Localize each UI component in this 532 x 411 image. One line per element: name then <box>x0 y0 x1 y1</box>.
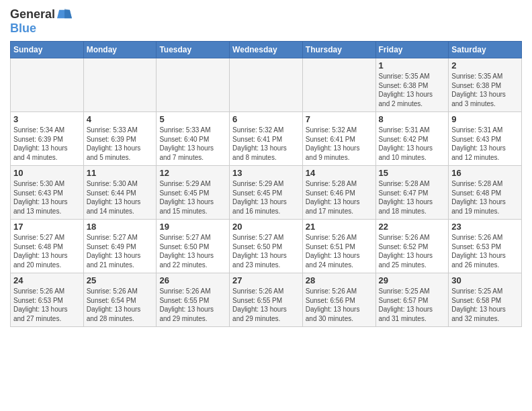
day-of-week-header: Friday <box>375 42 449 58</box>
day-info: Sunrise: 5:26 AM Sunset: 6:54 PM Dayligh… <box>87 287 154 323</box>
calendar-cell: 28Sunrise: 5:26 AM Sunset: 6:56 PM Dayli… <box>302 273 375 327</box>
day-number: 6 <box>232 114 300 124</box>
day-number: 5 <box>159 114 226 124</box>
calendar-cell: 30Sunrise: 5:25 AM Sunset: 6:58 PM Dayli… <box>449 273 522 327</box>
day-info: Sunrise: 5:28 AM Sunset: 6:48 PM Dayligh… <box>451 179 519 216</box>
day-number: 15 <box>379 168 446 178</box>
calendar-cell: 5Sunrise: 5:33 AM Sunset: 6:40 PM Daylig… <box>157 112 230 166</box>
day-info: Sunrise: 5:32 AM Sunset: 6:41 PM Dayligh… <box>306 126 373 162</box>
day-info: Sunrise: 5:27 AM Sunset: 6:48 PM Dayligh… <box>13 233 81 269</box>
day-number: 25 <box>87 275 154 285</box>
day-info: Sunrise: 5:26 AM Sunset: 6:56 PM Dayligh… <box>306 287 373 323</box>
calendar-body: 1Sunrise: 5:35 AM Sunset: 6:38 PM Daylig… <box>11 58 522 327</box>
day-number: 12 <box>159 168 226 178</box>
day-number: 29 <box>379 275 446 285</box>
day-info: Sunrise: 5:26 AM Sunset: 6:53 PM Dayligh… <box>13 287 81 323</box>
calendar-week-row: 10Sunrise: 5:30 AM Sunset: 6:43 PM Dayli… <box>11 166 522 220</box>
calendar-cell: 11Sunrise: 5:30 AM Sunset: 6:44 PM Dayli… <box>83 166 157 220</box>
day-number: 9 <box>451 114 519 124</box>
calendar-cell: 27Sunrise: 5:26 AM Sunset: 6:55 PM Dayli… <box>230 273 303 327</box>
calendar-week-row: 17Sunrise: 5:27 AM Sunset: 6:48 PM Dayli… <box>11 220 522 273</box>
day-info: Sunrise: 5:32 AM Sunset: 6:41 PM Dayligh… <box>232 126 300 162</box>
day-number: 3 <box>13 114 81 124</box>
logo: General Blue <box>10 7 72 36</box>
svg-marker-1 <box>64 9 72 18</box>
calendar-cell: 2Sunrise: 5:35 AM Sunset: 6:38 PM Daylig… <box>449 58 522 112</box>
calendar-week-row: 3Sunrise: 5:34 AM Sunset: 6:39 PM Daylig… <box>11 112 522 166</box>
day-info: Sunrise: 5:26 AM Sunset: 6:55 PM Dayligh… <box>232 287 300 323</box>
day-info: Sunrise: 5:26 AM Sunset: 6:55 PM Dayligh… <box>159 287 226 323</box>
day-number: 22 <box>379 222 446 232</box>
calendar-cell: 22Sunrise: 5:26 AM Sunset: 6:52 PM Dayli… <box>375 220 449 273</box>
day-info: Sunrise: 5:33 AM Sunset: 6:40 PM Dayligh… <box>159 126 226 162</box>
calendar-cell: 18Sunrise: 5:27 AM Sunset: 6:49 PM Dayli… <box>83 220 157 273</box>
calendar-header-row: SundayMondayTuesdayWednesdayThursdayFrid… <box>11 42 522 58</box>
calendar-cell: 15Sunrise: 5:28 AM Sunset: 6:47 PM Dayli… <box>375 166 449 220</box>
calendar-week-row: 24Sunrise: 5:26 AM Sunset: 6:53 PM Dayli… <box>11 273 522 327</box>
day-info: Sunrise: 5:35 AM Sunset: 6:38 PM Dayligh… <box>451 72 519 108</box>
day-info: Sunrise: 5:26 AM Sunset: 6:53 PM Dayligh… <box>451 233 519 269</box>
calendar-cell: 14Sunrise: 5:28 AM Sunset: 6:46 PM Dayli… <box>302 166 375 220</box>
calendar-cell: 25Sunrise: 5:26 AM Sunset: 6:54 PM Dayli… <box>83 273 157 327</box>
calendar-cell: 1Sunrise: 5:35 AM Sunset: 6:38 PM Daylig… <box>375 58 449 112</box>
calendar-cell: 13Sunrise: 5:29 AM Sunset: 6:45 PM Dayli… <box>230 166 303 220</box>
day-of-week-header: Monday <box>83 42 157 58</box>
day-number: 11 <box>87 168 154 178</box>
calendar-cell <box>230 58 303 112</box>
day-number: 23 <box>451 222 519 232</box>
day-info: Sunrise: 5:28 AM Sunset: 6:47 PM Dayligh… <box>379 179 446 216</box>
calendar-cell: 21Sunrise: 5:26 AM Sunset: 6:51 PM Dayli… <box>302 220 375 273</box>
day-info: Sunrise: 5:29 AM Sunset: 6:45 PM Dayligh… <box>159 179 226 216</box>
day-of-week-header: Thursday <box>302 42 375 58</box>
day-of-week-header: Tuesday <box>157 42 230 58</box>
calendar-cell: 7Sunrise: 5:32 AM Sunset: 6:41 PM Daylig… <box>302 112 375 166</box>
calendar-cell <box>11 58 84 112</box>
calendar-cell: 20Sunrise: 5:27 AM Sunset: 6:50 PM Dayli… <box>230 220 303 273</box>
day-info: Sunrise: 5:25 AM Sunset: 6:58 PM Dayligh… <box>451 287 519 323</box>
calendar-cell: 4Sunrise: 5:33 AM Sunset: 6:39 PM Daylig… <box>83 112 157 166</box>
day-info: Sunrise: 5:26 AM Sunset: 6:51 PM Dayligh… <box>306 233 373 269</box>
day-info: Sunrise: 5:27 AM Sunset: 6:49 PM Dayligh… <box>87 233 154 269</box>
calendar-cell: 3Sunrise: 5:34 AM Sunset: 6:39 PM Daylig… <box>11 112 84 166</box>
day-info: Sunrise: 5:29 AM Sunset: 6:45 PM Dayligh… <box>232 179 300 216</box>
calendar-cell <box>157 58 230 112</box>
calendar-cell: 12Sunrise: 5:29 AM Sunset: 6:45 PM Dayli… <box>157 166 230 220</box>
day-info: Sunrise: 5:27 AM Sunset: 6:50 PM Dayligh… <box>232 233 300 269</box>
day-number: 4 <box>87 114 154 124</box>
day-number: 13 <box>232 168 300 178</box>
header: General Blue <box>10 7 522 36</box>
day-info: Sunrise: 5:33 AM Sunset: 6:39 PM Dayligh… <box>87 126 154 162</box>
calendar-cell: 29Sunrise: 5:25 AM Sunset: 6:57 PM Dayli… <box>375 273 449 327</box>
calendar-cell: 23Sunrise: 5:26 AM Sunset: 6:53 PM Dayli… <box>449 220 522 273</box>
day-info: Sunrise: 5:27 AM Sunset: 6:50 PM Dayligh… <box>159 233 226 269</box>
calendar-cell: 10Sunrise: 5:30 AM Sunset: 6:43 PM Dayli… <box>11 166 84 220</box>
day-of-week-header: Wednesday <box>230 42 303 58</box>
calendar-cell: 8Sunrise: 5:31 AM Sunset: 6:42 PM Daylig… <box>375 112 449 166</box>
day-number: 2 <box>451 60 519 71</box>
day-number: 7 <box>306 114 373 124</box>
logo-general: General <box>10 7 55 21</box>
calendar-week-row: 1Sunrise: 5:35 AM Sunset: 6:38 PM Daylig… <box>11 58 522 112</box>
calendar-cell: 24Sunrise: 5:26 AM Sunset: 6:53 PM Dayli… <box>11 273 84 327</box>
logo-icon <box>57 7 72 21</box>
day-number: 17 <box>13 222 81 232</box>
day-number: 27 <box>232 275 300 285</box>
day-number: 21 <box>306 222 373 232</box>
calendar-cell: 6Sunrise: 5:32 AM Sunset: 6:41 PM Daylig… <box>230 112 303 166</box>
day-info: Sunrise: 5:31 AM Sunset: 6:42 PM Dayligh… <box>379 126 446 162</box>
calendar-cell <box>302 58 375 112</box>
day-number: 28 <box>306 275 373 285</box>
day-info: Sunrise: 5:30 AM Sunset: 6:44 PM Dayligh… <box>87 179 154 216</box>
day-number: 14 <box>306 168 373 178</box>
day-of-week-header: Sunday <box>11 42 84 58</box>
calendar-cell: 9Sunrise: 5:31 AM Sunset: 6:43 PM Daylig… <box>449 112 522 166</box>
day-info: Sunrise: 5:31 AM Sunset: 6:43 PM Dayligh… <box>451 126 519 162</box>
day-info: Sunrise: 5:35 AM Sunset: 6:38 PM Dayligh… <box>379 72 446 108</box>
day-number: 18 <box>87 222 154 232</box>
day-info: Sunrise: 5:28 AM Sunset: 6:46 PM Dayligh… <box>306 179 373 216</box>
day-number: 16 <box>451 168 519 178</box>
day-number: 20 <box>232 222 300 232</box>
calendar-cell <box>83 58 157 112</box>
calendar-cell: 19Sunrise: 5:27 AM Sunset: 6:50 PM Dayli… <box>157 220 230 273</box>
day-number: 24 <box>13 275 81 285</box>
